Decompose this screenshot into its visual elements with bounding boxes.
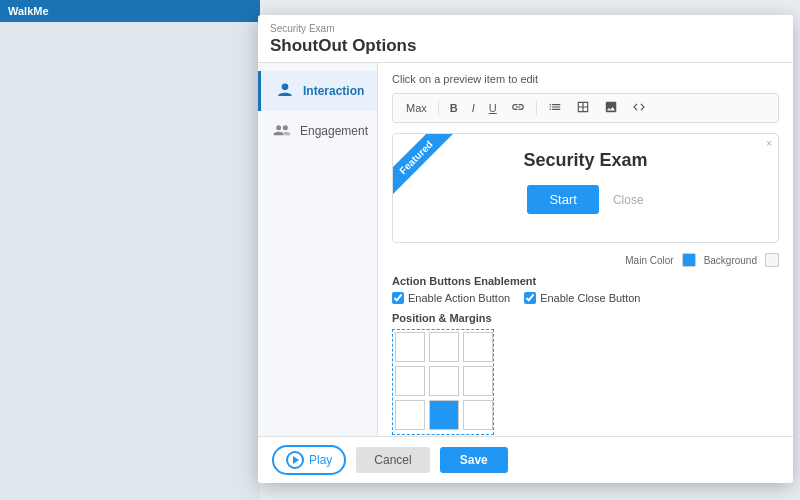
enable-action-checkbox-input[interactable] <box>392 292 404 304</box>
svg-point-2 <box>283 125 288 130</box>
nav-item-engagement-label: Engagement <box>300 124 368 138</box>
toolbar-code[interactable] <box>627 98 651 118</box>
pos-cell-0[interactable] <box>395 332 425 362</box>
preview-start-button[interactable]: Start <box>527 185 598 214</box>
pos-cell-3[interactable] <box>395 366 425 396</box>
toolbar-bold[interactable]: B <box>445 100 463 116</box>
click-to-edit-hint: Click on a preview item to edit <box>392 73 779 85</box>
dialog-body: Interaction Engagement Click on a previe… <box>258 63 793 436</box>
preview-close-link[interactable]: Close <box>613 193 644 207</box>
toolbar-list[interactable] <box>543 98 567 118</box>
preview-card-buttons: Start Close <box>527 185 643 214</box>
action-buttons-section-label: Action Buttons Enablement <box>392 275 779 287</box>
play-triangle-icon <box>293 456 299 464</box>
enable-action-button-checkbox[interactable]: Enable Action Button <box>392 292 510 304</box>
pos-cell-6[interactable] <box>395 400 425 430</box>
cancel-button[interactable]: Cancel <box>356 447 429 473</box>
main-color-label: Main Color <box>625 255 673 266</box>
enable-close-button-checkbox[interactable]: Enable Close Button <box>524 292 640 304</box>
pos-cell-5[interactable] <box>463 366 493 396</box>
nav-item-engagement[interactable]: Engagement <box>258 111 377 151</box>
play-button[interactable]: Play <box>272 445 346 475</box>
toolbar-max[interactable]: Max <box>401 100 432 116</box>
editor-toolbar: Max B I U <box>392 93 779 123</box>
app-background <box>0 0 260 500</box>
position-grid <box>392 329 494 435</box>
featured-ribbon: Featured <box>393 134 473 214</box>
app-topbar: WalkMe <box>0 0 260 22</box>
dialog-header: Security Exam ShoutOut Options <box>258 15 793 63</box>
pos-cell-8[interactable] <box>463 400 493 430</box>
app-logo: WalkMe <box>8 5 49 17</box>
toolbar-sep-2 <box>536 101 537 115</box>
play-circle-icon <box>286 451 304 469</box>
color-row: Main Color Background <box>392 253 779 267</box>
dialog-content: Click on a preview item to edit Max B I … <box>378 63 793 436</box>
breadcrumb: Security Exam <box>270 23 781 34</box>
pos-cell-2[interactable] <box>463 332 493 362</box>
toolbar-italic[interactable]: I <box>467 100 480 116</box>
engagement-icon <box>272 121 292 141</box>
enable-close-label: Enable Close Button <box>540 292 640 304</box>
toolbar-link[interactable] <box>506 98 530 118</box>
position-section-label: Position & Margins <box>392 312 779 324</box>
background-color-swatch[interactable] <box>765 253 779 267</box>
svg-point-1 <box>276 125 281 130</box>
pos-cell-1[interactable] <box>429 332 459 362</box>
pos-cell-4[interactable] <box>429 366 459 396</box>
nav-item-interaction-label: Interaction <box>303 84 364 98</box>
toolbar-underline[interactable]: U <box>484 100 502 116</box>
shoutout-options-dialog: Security Exam ShoutOut Options Interacti… <box>258 15 793 483</box>
main-color-swatch[interactable] <box>682 253 696 267</box>
interaction-icon <box>275 81 295 101</box>
save-button[interactable]: Save <box>440 447 508 473</box>
background-label: Background <box>704 255 757 266</box>
enable-close-checkbox-input[interactable] <box>524 292 536 304</box>
toolbar-table[interactable] <box>571 98 595 118</box>
enable-action-label: Enable Action Button <box>408 292 510 304</box>
nav-item-interaction[interactable]: Interaction <box>258 71 377 111</box>
toolbar-image[interactable] <box>599 98 623 118</box>
svg-point-0 <box>282 84 289 91</box>
play-label: Play <box>309 453 332 467</box>
preview-card[interactable]: Featured × Security Exam Start Close <box>392 133 779 243</box>
dialog-title: ShoutOut Options <box>270 36 781 56</box>
dialog-footer: Play Cancel Save <box>258 436 793 483</box>
ribbon-text: Featured <box>393 134 455 196</box>
pos-cell-7[interactable] <box>429 400 459 430</box>
toolbar-sep-1 <box>438 101 439 115</box>
action-buttons-checkboxes: Enable Action Button Enable Close Button <box>392 292 779 304</box>
preview-card-close-btn[interactable]: × <box>766 138 772 149</box>
preview-card-title[interactable]: Security Exam <box>523 150 647 171</box>
dialog-nav: Interaction Engagement <box>258 63 378 436</box>
